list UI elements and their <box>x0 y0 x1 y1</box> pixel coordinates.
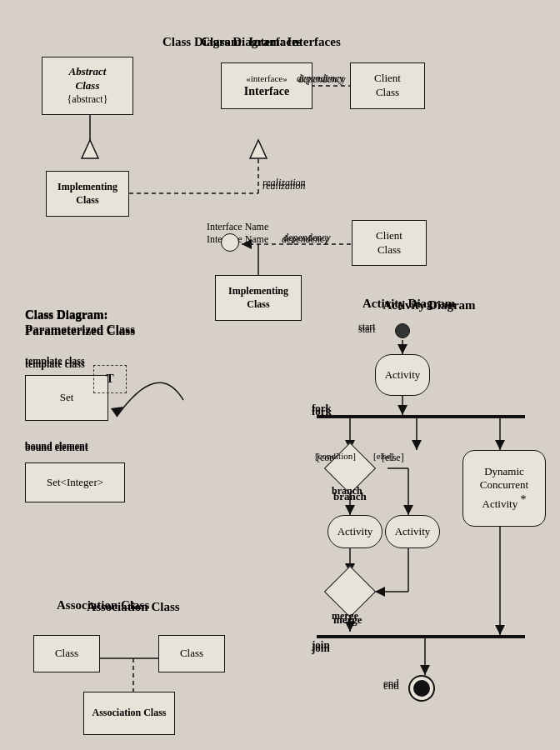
interface-name-circle <box>221 233 239 252</box>
svg-marker-33 <box>495 625 505 635</box>
svg-marker-1 <box>82 140 98 158</box>
branch-text: branch <box>332 485 362 498</box>
svg-marker-13 <box>398 405 408 415</box>
implementing-class-2-box: ImplementingClass <box>215 275 302 321</box>
activity-2-box: Activity <box>328 515 382 548</box>
association-class-box: Association Class <box>83 692 175 735</box>
title-param-class: Class Diagram:Parameterized Class <box>25 307 135 339</box>
fork-bar <box>317 415 525 418</box>
start-text: start <box>358 321 376 333</box>
activity-3-box: Activity <box>385 515 440 548</box>
start-circle <box>395 323 410 338</box>
class-2-box: Class <box>158 635 225 672</box>
template-class-text: template class <box>25 355 85 368</box>
merge-text: merge <box>332 610 358 622</box>
iface-name-text: Interface Name <box>207 221 268 233</box>
diagram-container: Class Diagram: Interfaces AbstractClass … <box>0 0 560 750</box>
cond-text: [condition] <box>315 451 356 461</box>
title-class-interfaces: Class Diagram: Interfaces <box>162 35 302 49</box>
fork-text: fork <box>312 402 332 415</box>
set-integer-box: Set<Integer> <box>25 462 125 502</box>
abstract-class-box: AbstractClass {abstract} <box>42 57 133 115</box>
svg-marker-6 <box>250 140 267 158</box>
svg-marker-19 <box>495 440 505 450</box>
svg-marker-21 <box>345 505 355 515</box>
svg-marker-35 <box>420 665 430 675</box>
real-label: realization <box>262 177 306 189</box>
svg-marker-38 <box>111 407 123 417</box>
svg-marker-17 <box>412 440 422 450</box>
interface-box: «interface» Interface <box>221 62 312 109</box>
client-class-1-box: ClientClass <box>350 62 425 109</box>
bound-elem-text: bound element <box>25 440 88 452</box>
join-bar <box>317 635 525 638</box>
class-1-box: Class <box>33 635 100 672</box>
dep-label-1: dependency <box>297 72 344 85</box>
client-class-2-box: ClientClass <box>352 220 427 266</box>
dep-label-2: dependency <box>283 232 331 244</box>
svg-marker-11 <box>398 344 408 354</box>
end-circle-outer <box>408 675 435 702</box>
svg-marker-24 <box>403 505 413 515</box>
loop-arrow-svg <box>108 367 192 433</box>
title-association: Association Class <box>57 598 149 612</box>
else-text: [else] <box>373 451 393 461</box>
implementing-class-1-box: ImplementingClass <box>46 171 129 217</box>
title-activity: Activity Diagram <box>362 297 455 311</box>
end-circle-inner <box>413 680 430 697</box>
dynamic-concurrent-box: Dynamic Concurrent Activity * <box>462 450 546 527</box>
join-text: join <box>312 638 330 652</box>
end-text: end <box>383 677 399 690</box>
svg-marker-29 <box>375 587 385 597</box>
activity-1-box: Activity <box>375 354 430 396</box>
